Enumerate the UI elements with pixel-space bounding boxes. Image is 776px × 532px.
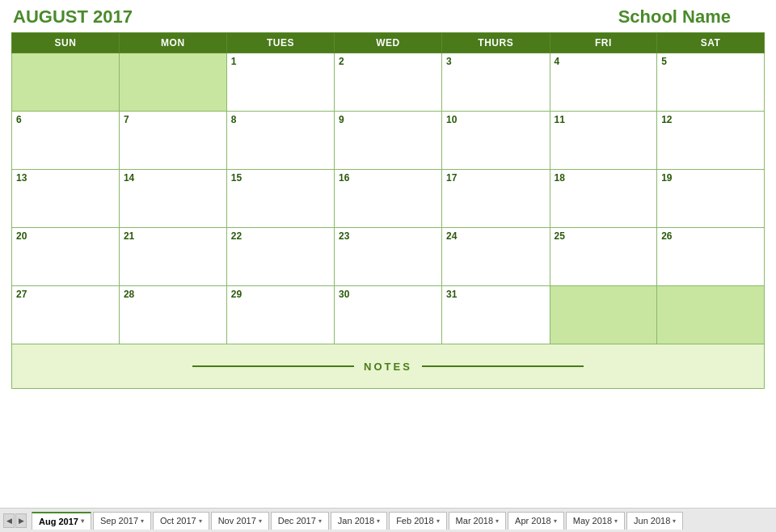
tab-jan-2018[interactable]: Jan 2018 ▾ bbox=[331, 512, 387, 530]
calendar-cell: 10 bbox=[442, 112, 550, 170]
notes-cell: NOTES bbox=[12, 344, 765, 389]
col-sun: SUN bbox=[12, 33, 120, 53]
calendar-cell: 20 bbox=[12, 228, 120, 286]
calendar-cell bbox=[550, 286, 657, 344]
tab-aug-2017[interactable]: Aug 2017 ▾ bbox=[32, 512, 91, 530]
calendar-cell: 13 bbox=[12, 170, 120, 228]
calendar-cell: 21 bbox=[119, 228, 226, 286]
col-fri: FRI bbox=[550, 33, 657, 53]
chevron-down-icon: ▾ bbox=[377, 517, 380, 525]
tab-bar: ◀ ▶ Aug 2017 ▾ Sep 2017 ▾ Oct 2017 ▾ Nov… bbox=[0, 508, 776, 532]
calendar-cell bbox=[12, 53, 120, 112]
calendar-cell: 25 bbox=[550, 228, 657, 286]
calendar-cell: 18 bbox=[550, 170, 657, 228]
calendar-cell: 9 bbox=[335, 112, 442, 170]
calendar-cell: 2 bbox=[335, 53, 442, 112]
col-mon: MON bbox=[119, 33, 226, 53]
calendar-cell: 8 bbox=[226, 112, 334, 170]
tab-prev-btn[interactable]: ◀ bbox=[3, 513, 15, 528]
chevron-down-icon: ▾ bbox=[614, 517, 618, 525]
col-wed: WED bbox=[335, 33, 442, 53]
chevron-down-icon: ▾ bbox=[259, 517, 262, 525]
tab-next-btn[interactable]: ▶ bbox=[15, 513, 27, 528]
tab-may-2018[interactable]: May 2018 ▾ bbox=[566, 512, 625, 530]
table-row: 20 21 22 23 24 25 26 bbox=[12, 228, 765, 286]
calendar-cell: 29 bbox=[226, 286, 334, 344]
school-name: School Name bbox=[618, 6, 731, 27]
month-title: AUGUST 2017 bbox=[13, 6, 133, 27]
calendar-cell: 27 bbox=[12, 286, 120, 344]
calendar-cell bbox=[657, 286, 765, 344]
col-thurs: THURS bbox=[442, 33, 550, 53]
chevron-down-icon: ▾ bbox=[81, 517, 84, 525]
calendar-cell: 30 bbox=[335, 286, 442, 344]
calendar-cell: 1 bbox=[226, 53, 334, 112]
notes-line-left bbox=[192, 365, 354, 367]
chevron-down-icon: ▾ bbox=[554, 517, 557, 525]
calendar-cell: 19 bbox=[657, 170, 765, 228]
chevron-down-icon: ▾ bbox=[318, 517, 322, 525]
chevron-down-icon: ▾ bbox=[496, 517, 499, 525]
calendar-cell: 6 bbox=[12, 112, 120, 170]
calendar-cell: 4 bbox=[550, 53, 657, 112]
notes-row: NOTES bbox=[12, 344, 765, 389]
chevron-down-icon: ▾ bbox=[141, 517, 144, 525]
calendar-cell: 17 bbox=[442, 170, 550, 228]
col-tues: TUES bbox=[226, 33, 334, 53]
header-row: SUN MON TUES WED THURS FRI SAT bbox=[12, 33, 765, 53]
calendar-cell: 12 bbox=[657, 112, 765, 170]
chevron-down-icon: ▾ bbox=[673, 517, 676, 525]
calendar-cell bbox=[119, 53, 226, 112]
calendar-header: AUGUST 2017 School Name bbox=[11, 6, 765, 27]
tab-jun-2018[interactable]: Jun 2018 ▾ bbox=[626, 512, 683, 530]
calendar-cell: 7 bbox=[119, 112, 226, 170]
calendar-cell: 22 bbox=[226, 228, 334, 286]
tab-feb-2018[interactable]: Feb 2018 ▾ bbox=[389, 512, 446, 530]
calendar-cell: 28 bbox=[119, 286, 226, 344]
calendar-cell: 11 bbox=[550, 112, 657, 170]
notes-label: NOTES bbox=[364, 361, 412, 373]
calendar-cell: 15 bbox=[226, 170, 334, 228]
tab-mar-2018[interactable]: Mar 2018 ▾ bbox=[449, 512, 506, 530]
notes-content: NOTES bbox=[16, 361, 760, 373]
spreadsheet-wrapper: AUGUST 2017 School Name SUN MON TUES WED… bbox=[0, 0, 776, 532]
calendar-container: AUGUST 2017 School Name SUN MON TUES WED… bbox=[0, 0, 776, 508]
calendar-table: SUN MON TUES WED THURS FRI SAT 1 2 3 bbox=[11, 32, 765, 389]
tab-controls: ◀ ▶ bbox=[3, 513, 27, 528]
calendar-cell: 23 bbox=[335, 228, 442, 286]
col-sat: SAT bbox=[657, 33, 765, 53]
tab-apr-2018[interactable]: Apr 2018 ▾ bbox=[508, 512, 564, 530]
table-row: 13 14 15 16 17 18 19 bbox=[12, 170, 765, 228]
tab-oct-2017[interactable]: Oct 2017 ▾ bbox=[153, 512, 209, 530]
calendar-cell: 31 bbox=[442, 286, 550, 344]
table-row: 27 28 29 30 31 bbox=[12, 286, 765, 344]
tab-sep-2017[interactable]: Sep 2017 ▾ bbox=[93, 512, 151, 530]
calendar-cell: 14 bbox=[119, 170, 226, 228]
table-row: 6 7 8 9 10 11 12 bbox=[12, 112, 765, 170]
chevron-down-icon: ▾ bbox=[436, 517, 440, 525]
chevron-down-icon: ▾ bbox=[199, 517, 202, 525]
calendar-cell: 26 bbox=[657, 228, 765, 286]
calendar-cell: 3 bbox=[442, 53, 550, 112]
calendar-cell: 5 bbox=[657, 53, 765, 112]
calendar-cell: 24 bbox=[442, 228, 550, 286]
tab-nov-2017[interactable]: Nov 2017 ▾ bbox=[211, 512, 269, 530]
table-row: 1 2 3 4 5 bbox=[12, 53, 765, 112]
notes-line-right bbox=[422, 365, 584, 367]
calendar-cell: 16 bbox=[335, 170, 442, 228]
tab-dec-2017[interactable]: Dec 2017 ▾ bbox=[271, 512, 329, 530]
